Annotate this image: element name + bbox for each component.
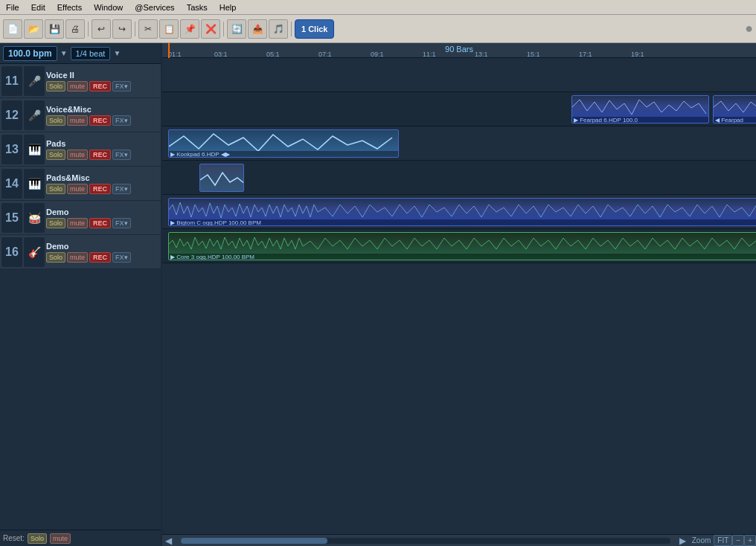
track-row-13[interactable]: 13 🎹 Pads Solo mute REC FX▾ xyxy=(0,132,161,167)
clip-fearpad2[interactable]: ◀ Fearpad xyxy=(713,95,756,123)
tb-midi[interactable]: 🎵 xyxy=(269,19,288,39)
track-name-15: Demo xyxy=(46,208,159,216)
clip-row-14 xyxy=(162,161,756,195)
sep3 xyxy=(223,22,224,36)
h-scrollbar-area: ◀ ▶ Zoom FIT − + xyxy=(162,534,756,546)
arrange-area: 90 Bars 01:1 03:1 05:1 07:1 09:1 11:1 13… xyxy=(162,43,756,546)
menu-window[interactable]: Window xyxy=(88,1,129,13)
marker-2: 05:1 xyxy=(266,51,280,58)
menu-effects[interactable]: Effects xyxy=(51,1,88,13)
tb-new[interactable]: 📄 xyxy=(3,19,22,39)
track-controls-15: Solo mute REC FX▾ xyxy=(46,218,159,228)
marker-7: 15:1 xyxy=(527,51,540,58)
track-panel: 100.0 bpm ▼ 1/4 beat ▼ 11 🎤 Voice II Sol… xyxy=(0,43,162,546)
zoom-fit[interactable]: FIT xyxy=(714,535,732,546)
reset-mute[interactable]: mute xyxy=(50,533,71,544)
clip-label-kookpad: ▶ Kookpad 6.HDP ◀▶ xyxy=(169,151,398,157)
reset-bar: Reset: Solo mute xyxy=(0,530,161,546)
tb-refresh[interactable]: 🔄 xyxy=(227,19,246,39)
track-num-11: 11 xyxy=(1,66,22,96)
mute-16[interactable]: mute xyxy=(67,252,88,263)
track-info-11: Voice II Solo mute REC FX▾ xyxy=(46,71,159,91)
mute-15[interactable]: mute xyxy=(67,218,88,228)
tb-copy[interactable]: 📋 xyxy=(159,19,179,39)
track-icon-12: 🎤 xyxy=(24,100,45,130)
track-row-16[interactable]: 16 🎸 Demo Solo mute REC FX▾ xyxy=(0,235,161,269)
menu-tasks[interactable]: Tasks xyxy=(181,1,214,13)
beat-dropdown[interactable]: ▼ xyxy=(113,49,121,57)
track-num-15: 15 xyxy=(1,203,22,233)
waveform-bigtom xyxy=(169,199,756,219)
clip-kookpad[interactable]: ▶ Kookpad 6.HDP ◀▶ xyxy=(168,129,399,158)
tb-close[interactable]: ● xyxy=(745,21,753,36)
track-num-14: 14 xyxy=(1,169,22,199)
solo-11[interactable]: Solo xyxy=(46,81,65,91)
tb-paste[interactable]: 📌 xyxy=(180,19,199,39)
track-row-14[interactable]: 14 🎹 Pads&Misc Solo mute REC FX▾ xyxy=(0,167,161,201)
menu-edit[interactable]: Edit xyxy=(25,1,51,13)
scroll-next[interactable]: ▶ xyxy=(676,536,689,546)
rec-12[interactable]: REC xyxy=(89,115,111,126)
mute-11[interactable]: mute xyxy=(67,81,88,91)
tb-oneclick[interactable]: 1 Click xyxy=(295,19,334,39)
menu-help[interactable]: Help xyxy=(214,1,243,13)
fx-11[interactable]: FX▾ xyxy=(112,81,131,91)
mute-13[interactable]: mute xyxy=(67,150,88,160)
bpm-dropdown[interactable]: ▼ xyxy=(60,49,68,57)
solo-13[interactable]: Solo xyxy=(46,150,65,160)
rec-16[interactable]: REC xyxy=(89,252,111,263)
tb-open[interactable]: 📂 xyxy=(24,19,43,39)
track-row-12[interactable]: 12 🎤 Voice&Misc Solo mute REC FX▾ xyxy=(0,98,161,132)
clip-fearpad1[interactable]: ▶ Fearpad 6.HDP 100.0 xyxy=(571,95,709,123)
mute-14[interactable]: mute xyxy=(67,184,88,194)
rec-14[interactable]: REC xyxy=(89,184,111,194)
solo-15[interactable]: Solo xyxy=(46,218,65,228)
scroll-prev[interactable]: ◀ xyxy=(162,536,175,546)
tb-redo[interactable]: ↪ xyxy=(112,19,132,39)
clip-core3[interactable]: ▶ Core 3 ogg.HDP 100.00 BPM xyxy=(168,232,756,260)
fx-16[interactable]: FX▾ xyxy=(112,252,131,263)
clip-row-11 xyxy=(162,58,756,92)
track-info-14: Pads&Misc Solo mute REC FX▾ xyxy=(46,173,159,194)
clip-label-fearpad1: ▶ Fearpad 6.HDP 100.0 xyxy=(572,117,708,123)
h-scrollbar[interactable] xyxy=(181,538,670,544)
tb-export[interactable]: 📤 xyxy=(248,19,267,39)
solo-12[interactable]: Solo xyxy=(46,115,65,126)
zoom-plus[interactable]: + xyxy=(744,535,756,546)
tb-print[interactable]: 🖨 xyxy=(65,19,85,39)
track-row-11[interactable]: 11 🎤 Voice II Solo mute REC FX▾ xyxy=(0,64,161,98)
track-name-12: Voice&Misc xyxy=(46,105,159,114)
rec-15[interactable]: REC xyxy=(89,218,111,228)
tb-delete[interactable]: ❌ xyxy=(201,19,220,39)
bpm-display[interactable]: 100.0 bpm xyxy=(3,46,57,61)
fx-15[interactable]: FX▾ xyxy=(112,218,131,228)
rec-11[interactable]: REC xyxy=(89,81,111,91)
fx-13[interactable]: FX▾ xyxy=(112,150,131,160)
clip-label-bigtom: ▶ Bigtom C ogg.HDP 100.00 BPM xyxy=(169,219,756,225)
track-controls-13: Solo mute REC FX▾ xyxy=(46,150,159,160)
track-name-13: Pads xyxy=(46,139,159,148)
reset-solo[interactable]: Solo xyxy=(28,533,47,544)
waveform-kookpad xyxy=(169,130,398,151)
fx-12[interactable]: FX▾ xyxy=(112,115,131,126)
menu-file[interactable]: File xyxy=(0,1,25,13)
track-row-15[interactable]: 15 🥁 Demo Solo mute REC FX▾ xyxy=(0,201,161,235)
clip-padsmisc[interactable] xyxy=(199,164,244,192)
solo-14[interactable]: Solo xyxy=(46,184,65,194)
beat-display[interactable]: 1/4 beat xyxy=(71,47,111,60)
zoom-label: Zoom xyxy=(689,536,714,545)
waveform-fearpad2 xyxy=(714,96,756,117)
bars-label: 90 Bars xyxy=(445,45,473,54)
marker-1: 03:1 xyxy=(214,51,228,58)
clip-bigtom[interactable]: ▶ Bigtom C ogg.HDP 100.00 BPM xyxy=(168,198,756,226)
fx-14[interactable]: FX▾ xyxy=(112,184,131,194)
rec-13[interactable]: REC xyxy=(89,150,111,160)
zoom-minus[interactable]: − xyxy=(732,535,744,546)
tb-save[interactable]: 💾 xyxy=(45,19,64,39)
tb-undo[interactable]: ↩ xyxy=(92,19,111,39)
menu-services[interactable]: @Services xyxy=(129,1,180,13)
mute-12[interactable]: mute xyxy=(67,115,88,126)
solo-16[interactable]: Solo xyxy=(46,252,65,263)
track-clips[interactable]: ▶ Fearpad 6.HDP 100.0 ◀ Fearpad ▶ Kookpa… xyxy=(162,58,756,534)
tb-cut[interactable]: ✂ xyxy=(138,19,158,39)
